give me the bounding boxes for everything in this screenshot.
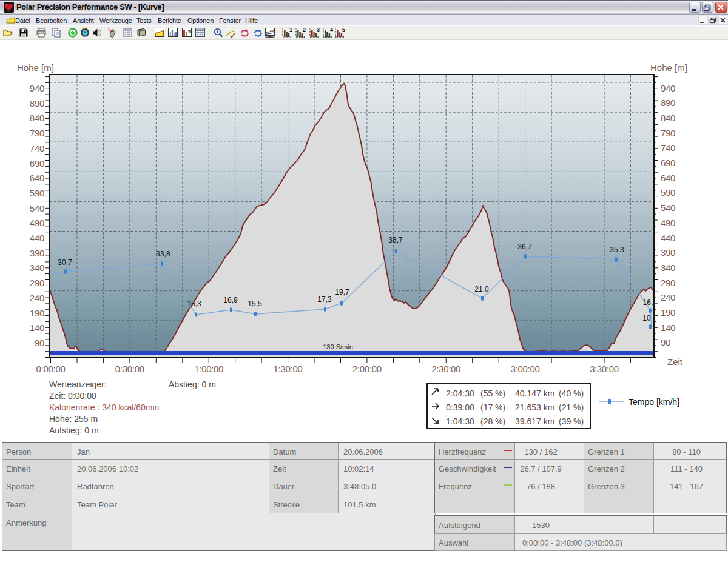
svg-text:440: 440 bbox=[661, 233, 675, 243]
svg-text:15,3: 15,3 bbox=[187, 299, 201, 308]
svg-text:890: 890 bbox=[661, 98, 675, 108]
svg-text:130 S/min: 130 S/min bbox=[323, 343, 353, 350]
svg-text:740: 740 bbox=[30, 143, 44, 153]
svg-text:0:00:00: 0:00:00 bbox=[36, 364, 66, 374]
svg-text:33,8: 33,8 bbox=[156, 250, 170, 258]
svg-text:21,0: 21,0 bbox=[474, 285, 489, 293]
svg-text:340: 340 bbox=[30, 263, 44, 273]
svg-text:390: 390 bbox=[30, 248, 44, 258]
svg-text:190: 190 bbox=[30, 308, 44, 318]
svg-text:690: 690 bbox=[661, 158, 675, 168]
svg-text:15,5: 15,5 bbox=[248, 299, 262, 308]
svg-text:Höhe [m]: Höhe [m] bbox=[650, 62, 687, 73]
svg-text:2:00:00: 2:00:00 bbox=[352, 364, 382, 374]
svg-text:290: 290 bbox=[661, 278, 675, 288]
svg-text:940: 940 bbox=[661, 83, 675, 93]
svg-text:1:30:00: 1:30:00 bbox=[274, 364, 303, 374]
svg-text:90: 90 bbox=[661, 337, 670, 347]
svg-text:3:30:00: 3:30:00 bbox=[590, 364, 619, 374]
svg-text:38,7: 38,7 bbox=[388, 236, 403, 244]
svg-text:30,7: 30,7 bbox=[58, 258, 72, 267]
svg-text:16,: 16, bbox=[643, 298, 653, 307]
svg-text:Höhe [m]: Höhe [m] bbox=[17, 62, 54, 73]
svg-text:140: 140 bbox=[661, 323, 675, 333]
svg-text:140: 140 bbox=[30, 323, 44, 333]
svg-text:36,7: 36,7 bbox=[517, 242, 532, 251]
svg-text:240: 240 bbox=[30, 293, 44, 303]
svg-text:590: 590 bbox=[30, 188, 44, 198]
svg-text:19,7: 19,7 bbox=[335, 288, 349, 296]
svg-text:1:00:00: 1:00:00 bbox=[194, 364, 223, 374]
svg-text:90: 90 bbox=[35, 338, 44, 348]
svg-text:640: 640 bbox=[661, 173, 675, 183]
svg-text:0:30:00: 0:30:00 bbox=[115, 364, 144, 374]
svg-text:2:30:00: 2:30:00 bbox=[431, 364, 460, 374]
svg-text:%: % bbox=[188, 28, 192, 34]
svg-text:590: 590 bbox=[661, 187, 675, 198]
svg-text:540: 540 bbox=[30, 203, 44, 213]
svg-text:640: 640 bbox=[30, 173, 44, 183]
svg-text:Zeit: Zeit bbox=[667, 356, 683, 367]
svg-text:440: 440 bbox=[30, 233, 44, 243]
svg-text:890: 890 bbox=[30, 98, 44, 109]
svg-text:240: 240 bbox=[661, 292, 675, 303]
svg-text:4: 4 bbox=[330, 27, 333, 33]
svg-text:790: 790 bbox=[661, 128, 675, 138]
svg-text:790: 790 bbox=[30, 128, 44, 138]
svg-text:17,3: 17,3 bbox=[317, 295, 332, 304]
svg-text:35,3: 35,3 bbox=[610, 246, 624, 254]
svg-text:2: 2 bbox=[303, 27, 306, 33]
svg-text:290: 290 bbox=[30, 278, 44, 288]
svg-text:690: 690 bbox=[30, 158, 44, 169]
svg-text:390: 390 bbox=[661, 247, 675, 258]
svg-text:10: 10 bbox=[642, 314, 651, 323]
svg-text:490: 490 bbox=[30, 218, 44, 228]
svg-text:840: 840 bbox=[30, 113, 44, 123]
svg-text:3:00:00: 3:00:00 bbox=[511, 364, 540, 374]
svg-text:3: 3 bbox=[317, 27, 320, 33]
svg-text:16,9: 16,9 bbox=[223, 296, 238, 304]
svg-text:1: 1 bbox=[289, 27, 292, 33]
svg-text:340: 340 bbox=[661, 263, 675, 273]
svg-text:940: 940 bbox=[30, 83, 44, 93]
svg-text:490: 490 bbox=[661, 218, 675, 228]
svg-text:840: 840 bbox=[661, 113, 675, 123]
svg-text:740: 740 bbox=[661, 142, 675, 153]
svg-text:190: 190 bbox=[661, 307, 675, 318]
svg-text:5: 5 bbox=[342, 27, 345, 33]
svg-text:540: 540 bbox=[661, 202, 675, 213]
